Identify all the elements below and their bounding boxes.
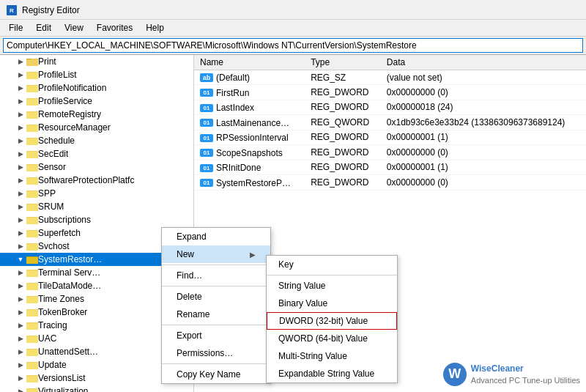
reg-icon: 01 FirstRun <box>200 88 249 98</box>
svg-rect-42 <box>26 310 38 317</box>
folder-icon-unattendsett <box>26 347 38 357</box>
cell-type: REG_DWORD <box>305 175 381 191</box>
tree-toggle-srum: ▶ <box>15 201 26 212</box>
folder-icon-systemrestore <box>26 254 38 265</box>
folder-icon-softwareprotection <box>26 175 38 185</box>
tree-item-schedule[interactable]: ▶ Schedule <box>0 134 193 147</box>
menu-favorites[interactable]: Favorites <box>91 21 138 34</box>
tree-toggle-virtualization: ▶ <box>15 385 26 392</box>
tree-label-resourcemanager: ResourceManager <box>38 122 111 133</box>
submenu-expandable-string-value[interactable]: Expandable String Value <box>267 365 397 382</box>
svg-rect-4 <box>26 59 38 66</box>
tree-label-versionslist: VersionsList <box>38 373 86 383</box>
context-menu-rename[interactable]: Rename <box>162 306 270 323</box>
folder-icon-update <box>26 360 38 370</box>
folder-icon-subscriptions <box>26 215 38 225</box>
reg-icon: 01 ScopeSnapshots <box>200 148 283 158</box>
menu-file[interactable]: File <box>3 21 29 34</box>
tree-item-srum[interactable]: ▶ SRUM <box>0 200 193 213</box>
tree-item-profilelist[interactable]: ▶ ProfileList <box>0 68 193 81</box>
tree-item-resourcemanager[interactable]: ▶ ResourceManager <box>0 121 193 134</box>
svg-text:R: R <box>10 7 14 14</box>
svg-rect-40 <box>26 297 38 303</box>
table-row[interactable]: 01 SRInitDone REG_DWORD 0x00000001 (1) <box>194 160 586 175</box>
tree-toggle-schedule: ▶ <box>15 135 26 147</box>
tree-item-secedit[interactable]: ▶ SecEdit <box>0 147 193 160</box>
address-input[interactable] <box>3 38 583 53</box>
context-menu-permissions[interactable]: Permissions… <box>162 344 270 362</box>
svg-rect-36 <box>26 270 38 277</box>
new-submenu: Key String Value Binary Value DWORD (32-… <box>266 255 398 383</box>
cell-name: 01 SystemRestoreP… <box>194 175 305 191</box>
tree-label-timezones: Time Zones <box>38 294 84 304</box>
cell-data: 0x00000001 (1) <box>381 160 586 175</box>
svg-rect-12 <box>26 112 38 119</box>
menu-view[interactable]: View <box>59 21 89 34</box>
menu-help[interactable]: Help <box>140 21 170 34</box>
cell-data: 0x00000001 (1) <box>381 130 586 145</box>
submenu-qword-value[interactable]: QWORD (64-bit) Value <box>267 330 397 347</box>
col-type: Type <box>305 55 381 70</box>
cell-type: REG_DWORD <box>305 160 381 175</box>
tree-toggle-tokenbroker: ▶ <box>15 306 26 318</box>
separator-1 <box>162 265 270 265</box>
tree-item-softwareprotection[interactable]: ▶ SoftwareProtectionPlatfc <box>0 174 193 187</box>
context-menu-export[interactable]: Export <box>162 327 270 344</box>
context-menu-find[interactable]: Find… <box>162 267 270 284</box>
folder-icon-profilelist <box>26 70 38 80</box>
col-name: Name <box>194 55 305 70</box>
submenu-dword-value[interactable]: DWORD (32-bit) Value <box>267 312 397 330</box>
table-row[interactable]: 01 ScopeSnapshots REG_DWORD 0x00000000 (… <box>194 145 586 160</box>
reg-icon: 01 SRInitDone <box>200 163 261 173</box>
svg-rect-50 <box>26 363 38 369</box>
tree-toggle-profilenotification: ▶ <box>15 82 26 94</box>
cell-data: 0x00000000 (0) <box>381 175 586 191</box>
tree-label-sensor: Sensor <box>38 162 66 172</box>
tree-item-print[interactable]: ▶ Print <box>0 55 193 68</box>
tree-label-profilelist: ProfileList <box>38 70 77 80</box>
cell-type: REG_DWORD <box>305 100 381 115</box>
cell-data: 0x00000018 (24) <box>381 100 586 115</box>
submenu-separator-1 <box>267 275 397 275</box>
svg-rect-22 <box>26 178 38 185</box>
context-menu-delete[interactable]: Delete <box>162 288 270 306</box>
tree-label-uac: UAC <box>38 333 56 344</box>
tree-item-profileservice[interactable]: ▶ ProfileService <box>0 95 193 108</box>
svg-rect-46 <box>26 336 38 343</box>
tree-item-profilenotification[interactable]: ▶ ProfileNotification <box>0 81 193 95</box>
table-row[interactable]: ab (Default) REG_SZ (value not set) <box>194 70 586 85</box>
tree-toggle-tiledatamodel: ▶ <box>15 280 26 292</box>
tree-item-remoteregistry[interactable]: ▶ RemoteRegistry <box>0 108 193 121</box>
tree-toggle-timezones: ▶ <box>15 293 26 305</box>
svg-rect-48 <box>26 350 38 356</box>
values-table: Name Type Data ab (Default) REG_SZ (valu… <box>194 55 586 191</box>
menu-edit[interactable]: Edit <box>30 21 57 34</box>
svg-rect-34 <box>26 257 38 264</box>
table-row[interactable]: 01 LastMainenance… REG_QWORD 0x1db93c6e3… <box>194 115 586 130</box>
tree-item-virtualization[interactable]: ▶ Virtualization… <box>0 385 193 392</box>
address-bar <box>0 37 586 55</box>
svg-rect-30 <box>26 231 38 237</box>
table-row[interactable]: 01 SystemRestoreP… REG_DWORD 0x00000000 … <box>194 175 586 191</box>
tree-label-softwareprotection: SoftwareProtectionPlatfc <box>38 175 134 185</box>
context-menu-copykeyname[interactable]: Copy Key Name <box>162 366 270 383</box>
context-menu-expand[interactable]: Expand <box>162 228 270 245</box>
table-row[interactable]: 01 FirstRun REG_DWORD 0x00000000 (0) <box>194 85 586 100</box>
submenu-key[interactable]: Key <box>267 256 397 273</box>
submenu-multi-string-value[interactable]: Multi-String Value <box>267 347 397 365</box>
submenu-arrow-new: ▶ <box>250 251 256 259</box>
cell-type: REG_SZ <box>305 70 381 85</box>
tree-item-subscriptions[interactable]: ▶ Subscriptions <box>0 213 193 226</box>
tree-label-tiledatamodel: TileDataMode… <box>38 281 101 291</box>
tree-item-spp[interactable]: ▶ SPP <box>0 187 193 200</box>
table-row[interactable]: 01 RPSessionInterval REG_DWORD 0x0000000… <box>194 130 586 145</box>
watermark: W WiseCleaner Advanced PC Tune-up Utilit… <box>443 363 580 386</box>
submenu-string-value[interactable]: String Value <box>267 277 397 295</box>
title-bar-text: Registry Editor <box>22 5 80 15</box>
folder-icon-tiledatamodel <box>26 281 38 291</box>
cell-type: REG_DWORD <box>305 145 381 160</box>
table-row[interactable]: 01 LastIndex REG_DWORD 0x00000018 (24) <box>194 100 586 115</box>
context-menu-new[interactable]: New ▶ <box>162 245 270 263</box>
submenu-binary-value[interactable]: Binary Value <box>267 295 397 312</box>
tree-item-sensor[interactable]: ▶ Sensor <box>0 160 193 174</box>
